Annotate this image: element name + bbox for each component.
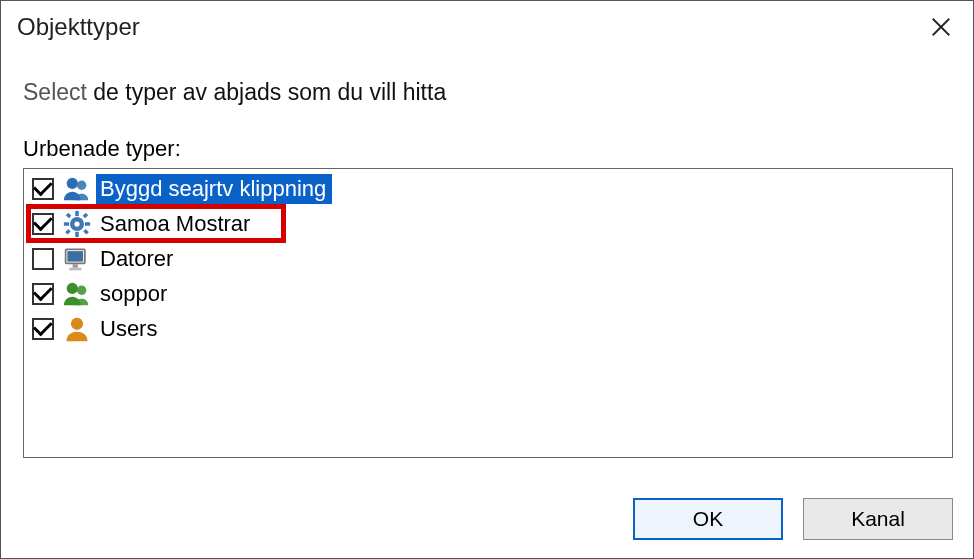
svg-point-18 (67, 282, 78, 293)
svg-point-20 (71, 317, 83, 329)
svg-point-19 (77, 285, 86, 294)
svg-rect-17 (69, 267, 81, 270)
list-item[interactable]: soppor (24, 276, 952, 311)
user-icon (62, 314, 92, 344)
titlebar: Objekttyper (1, 1, 973, 49)
list-item-label: Datorer (96, 244, 179, 274)
svg-rect-12 (83, 212, 89, 218)
close-button[interactable] (921, 7, 961, 47)
svg-rect-7 (75, 231, 79, 236)
list-item-checkbox[interactable] (32, 318, 54, 340)
list-item-checkbox[interactable] (32, 178, 54, 200)
object-type-listbox[interactable]: Byggd seajrtv klippningSamoa MostrarDato… (23, 168, 953, 458)
list-item-checkbox[interactable] (32, 213, 54, 235)
list-item[interactable]: Byggd seajrtv klippning (24, 171, 952, 206)
instruction-rest: de typer av abjads som du vill hitta (87, 79, 446, 105)
list-item-label: Users (96, 314, 163, 344)
ok-button-label: OK (693, 507, 723, 531)
dialog-title: Objekttyper (17, 13, 140, 41)
svg-rect-15 (67, 251, 83, 262)
list-item[interactable]: Datorer (24, 241, 952, 276)
dialog-window: Objekttyper Select de typer av abjads so… (0, 0, 974, 559)
svg-point-3 (77, 180, 86, 189)
gear-icon (62, 209, 92, 239)
ok-button[interactable]: OK (633, 498, 783, 540)
svg-rect-11 (83, 229, 89, 235)
svg-rect-10 (66, 212, 72, 218)
cancel-button[interactable]: Kanal (803, 498, 953, 540)
dialog-footer: OK Kanal (1, 480, 973, 558)
svg-rect-16 (73, 264, 78, 268)
svg-rect-6 (75, 210, 79, 215)
list-item-label: Byggd seajrtv klippning (96, 174, 332, 204)
list-label: Urbenade typer: (23, 136, 953, 162)
group-green (62, 279, 92, 309)
list-item[interactable]: Samoa Mostrar (24, 206, 952, 241)
list-item-checkbox[interactable] (32, 283, 54, 305)
list-item[interactable]: Users (24, 311, 952, 346)
svg-rect-13 (65, 229, 71, 235)
group-blue (62, 174, 92, 204)
svg-rect-9 (85, 222, 90, 226)
instruction-lead: Select (23, 79, 87, 105)
instruction-text: Select de typer av abjads som du vill hi… (23, 79, 953, 106)
close-icon (930, 16, 952, 38)
list-item-checkbox[interactable] (32, 248, 54, 270)
list-item-label: soppor (96, 279, 173, 309)
list-item-label: Samoa Mostrar (96, 209, 256, 239)
svg-point-2 (67, 177, 78, 188)
svg-rect-8 (64, 222, 69, 226)
svg-point-5 (74, 221, 79, 226)
cancel-button-label: Kanal (851, 507, 905, 531)
computer-icon (62, 244, 92, 274)
dialog-content: Select de typer av abjads som du vill hi… (1, 49, 973, 480)
